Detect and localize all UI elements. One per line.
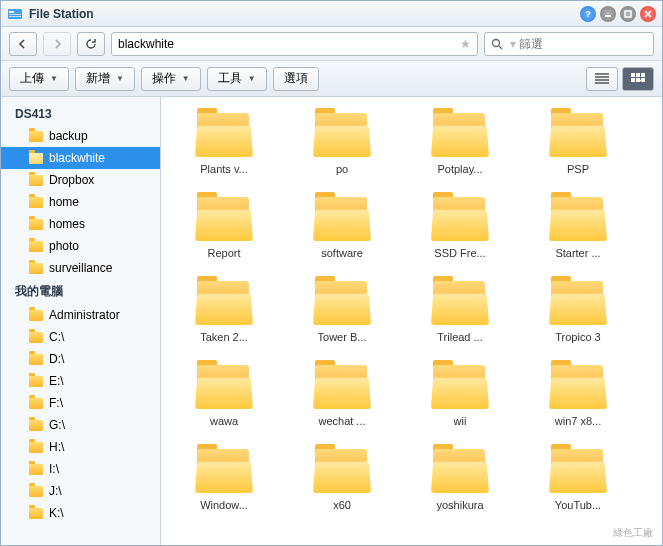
help-button[interactable]: ? bbox=[580, 6, 596, 22]
search-input[interactable] bbox=[519, 37, 647, 51]
folder-item[interactable]: YouTub... bbox=[519, 441, 637, 525]
action-button[interactable]: 操作▼ bbox=[141, 67, 201, 91]
tree-item-label: blackwhite bbox=[49, 151, 105, 165]
folder-icon bbox=[195, 449, 253, 493]
folder-icon bbox=[29, 219, 43, 230]
folder-icon bbox=[195, 281, 253, 325]
tree-item-label: I:\ bbox=[49, 462, 59, 476]
folder-icon bbox=[313, 197, 371, 241]
folder-icon bbox=[29, 241, 43, 252]
caret-icon: ▼ bbox=[182, 74, 190, 83]
folder-item[interactable]: po bbox=[283, 105, 401, 189]
tree-root[interactable]: DS413 bbox=[1, 103, 160, 125]
tree-item[interactable]: home bbox=[1, 191, 160, 213]
path-input-box[interactable]: ★ bbox=[111, 32, 478, 56]
folder-label: po bbox=[336, 163, 348, 175]
search-icon bbox=[491, 38, 503, 50]
folder-icon bbox=[29, 197, 43, 208]
tree-item[interactable]: backup bbox=[1, 125, 160, 147]
toolbar: 上傳▼ 新增▼ 操作▼ 工具▼ 選項 bbox=[1, 61, 662, 97]
folder-item[interactable]: Starter ... bbox=[519, 189, 637, 273]
titlebar: File Station ? bbox=[1, 1, 662, 27]
folder-icon bbox=[431, 365, 489, 409]
tree-item[interactable]: G:\ bbox=[1, 414, 160, 436]
folder-item[interactable]: Plants v... bbox=[165, 105, 283, 189]
close-button[interactable] bbox=[640, 6, 656, 22]
grid-view-button[interactable] bbox=[622, 67, 654, 91]
folder-icon bbox=[195, 113, 253, 157]
tree-item-label: Administrator bbox=[49, 308, 120, 322]
create-button[interactable]: 新增▼ bbox=[75, 67, 135, 91]
tree-item[interactable]: H:\ bbox=[1, 436, 160, 458]
favorite-icon[interactable]: ★ bbox=[460, 37, 471, 51]
folder-icon bbox=[29, 153, 43, 164]
tree-item[interactable]: homes bbox=[1, 213, 160, 235]
tree-root[interactable]: 我的電腦 bbox=[1, 279, 160, 304]
folder-icon bbox=[195, 197, 253, 241]
folder-label: wechat ... bbox=[318, 415, 365, 427]
refresh-button[interactable] bbox=[77, 32, 105, 56]
folder-item[interactable]: x60 bbox=[283, 441, 401, 525]
tree-item[interactable]: Administrator bbox=[1, 304, 160, 326]
folder-item[interactable]: Report bbox=[165, 189, 283, 273]
app-icon bbox=[7, 6, 23, 22]
folder-label: Plants v... bbox=[200, 163, 247, 175]
tree-item[interactable]: C:\ bbox=[1, 326, 160, 348]
folder-item[interactable]: wawa bbox=[165, 357, 283, 441]
folder-item[interactable]: Potplay... bbox=[401, 105, 519, 189]
tree-item[interactable]: blackwhite bbox=[1, 147, 160, 169]
tree-item-label: K:\ bbox=[49, 506, 64, 520]
folder-label: Report bbox=[207, 247, 240, 259]
nav-bar: ★ ▾ bbox=[1, 27, 662, 61]
tree-item[interactable]: D:\ bbox=[1, 348, 160, 370]
folder-icon bbox=[549, 113, 607, 157]
tools-button[interactable]: 工具▼ bbox=[207, 67, 267, 91]
folder-item[interactable]: Tropico 3 bbox=[519, 273, 637, 357]
folder-icon bbox=[431, 197, 489, 241]
list-view-button[interactable] bbox=[586, 67, 618, 91]
minimize-button[interactable] bbox=[600, 6, 616, 22]
back-button[interactable] bbox=[9, 32, 37, 56]
folder-icon bbox=[549, 449, 607, 493]
view-switcher bbox=[586, 67, 654, 91]
tree-item-label: surveillance bbox=[49, 261, 112, 275]
svg-rect-11 bbox=[631, 78, 635, 82]
folder-item[interactable]: software bbox=[283, 189, 401, 273]
folder-item[interactable]: Window... bbox=[165, 441, 283, 525]
tree-item[interactable]: I:\ bbox=[1, 458, 160, 480]
folder-item[interactable]: SSD Fre... bbox=[401, 189, 519, 273]
tree-item[interactable]: photo bbox=[1, 235, 160, 257]
folder-item[interactable]: Trilead ... bbox=[401, 273, 519, 357]
app-title: File Station bbox=[29, 7, 576, 21]
folder-icon bbox=[29, 508, 43, 519]
forward-button[interactable] bbox=[43, 32, 71, 56]
maximize-button[interactable] bbox=[620, 6, 636, 22]
tree-item-label: H:\ bbox=[49, 440, 64, 454]
tree-item[interactable]: surveillance bbox=[1, 257, 160, 279]
folder-item[interactable]: wechat ... bbox=[283, 357, 401, 441]
search-sep: ▾ bbox=[510, 37, 516, 51]
tree-item[interactable]: E:\ bbox=[1, 370, 160, 392]
folder-item[interactable]: PSP bbox=[519, 105, 637, 189]
caret-icon: ▼ bbox=[248, 74, 256, 83]
folder-icon bbox=[29, 263, 43, 274]
folder-item[interactable]: Tower B... bbox=[283, 273, 401, 357]
watermark: 綠色工廠 bbox=[610, 525, 656, 541]
tree-item[interactable]: F:\ bbox=[1, 392, 160, 414]
folder-label: yoshikura bbox=[436, 499, 483, 511]
options-button[interactable]: 選項 bbox=[273, 67, 319, 91]
search-box[interactable]: ▾ bbox=[484, 32, 654, 56]
folder-item[interactable]: Taken 2... bbox=[165, 273, 283, 357]
folder-item[interactable]: win7 x8... bbox=[519, 357, 637, 441]
tree-item[interactable]: K:\ bbox=[1, 502, 160, 524]
upload-button[interactable]: 上傳▼ bbox=[9, 67, 69, 91]
folder-label: Window... bbox=[200, 499, 248, 511]
tree-item-label: E:\ bbox=[49, 374, 64, 388]
folder-icon bbox=[29, 332, 43, 343]
tree-item[interactable]: Dropbox bbox=[1, 169, 160, 191]
folder-item[interactable]: yoshikura bbox=[401, 441, 519, 525]
folder-item[interactable]: wii bbox=[401, 357, 519, 441]
folder-grid: Plants v...poPotplay...PSPReportsoftware… bbox=[165, 105, 658, 525]
path-input[interactable] bbox=[118, 37, 471, 51]
tree-item[interactable]: J:\ bbox=[1, 480, 160, 502]
